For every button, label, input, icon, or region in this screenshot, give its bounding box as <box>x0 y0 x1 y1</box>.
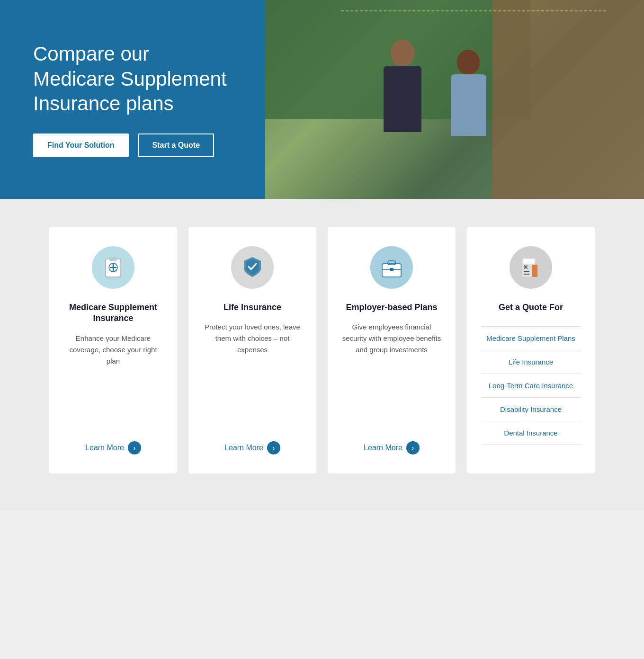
quote-link-longterm[interactable]: Long-Term Care Insurance <box>481 374 581 398</box>
card-get-quote: Get a Quote For Medicare Supplement Plan… <box>467 227 595 473</box>
medicare-icon-circle <box>92 246 134 289</box>
hero-image <box>265 0 644 199</box>
life-icon-circle <box>231 246 274 289</box>
learn-more-arrow: › <box>128 441 141 454</box>
svg-rect-12 <box>532 265 537 277</box>
card-life-learn-more[interactable]: Learn More › <box>224 441 280 454</box>
card-life-insurance: Life Insurance Protect your loved ones, … <box>188 227 316 473</box>
hero-photo <box>265 0 644 199</box>
card-employer-learn-more[interactable]: Learn More › <box>364 441 420 454</box>
hero-left: Compare our Medicare Supplement Insuranc… <box>0 0 265 199</box>
find-solution-button[interactable]: Find Your Solution <box>33 134 129 157</box>
learn-more-arrow: › <box>267 441 280 454</box>
card-medicare-learn-more[interactable]: Learn More › <box>85 441 141 454</box>
start-quote-button[interactable]: Start a Quote <box>138 134 214 157</box>
quote-link-medicare[interactable]: Medicare Supplement Plans <box>481 326 581 350</box>
card-employer-desc: Give employees financial security with e… <box>342 321 441 428</box>
hero-title: Compare our Medicare Supplement Insuranc… <box>33 42 232 116</box>
svg-rect-2 <box>109 257 117 261</box>
svg-rect-9 <box>390 268 394 271</box>
card-medicare-desc: Enhance your Medicare coverage, choose y… <box>63 333 163 428</box>
svg-rect-11 <box>523 259 535 264</box>
card-employer-title: Employer-based Plans <box>346 302 437 313</box>
employer-icon-circle <box>370 246 413 289</box>
card-medicare-supplement: Medicare Supplement Insurance Enhance yo… <box>49 227 177 473</box>
learn-more-arrow: › <box>406 441 420 454</box>
quote-link-dental[interactable]: Dental Insurance <box>481 421 581 445</box>
card-life-desc: Protect your loved ones, leave them with… <box>203 321 302 428</box>
hero-section: Compare our Medicare Supplement Insuranc… <box>0 0 644 199</box>
calculator-icon <box>519 255 543 280</box>
hero-buttons: Find Your Solution Start a Quote <box>33 134 232 157</box>
card-employer-plans: Employer-based Plans Give employees fina… <box>328 227 456 473</box>
card-quote-title: Get a Quote For <box>499 302 563 313</box>
shield-icon <box>241 255 264 280</box>
clipboard-icon <box>102 255 125 280</box>
briefcase-icon <box>379 256 404 279</box>
card-medicare-title: Medicare Supplement Insurance <box>63 302 163 324</box>
quote-link-life[interactable]: Life Insurance <box>481 350 581 374</box>
quote-link-disability[interactable]: Disability Insurance <box>481 398 581 421</box>
quote-links-list: Medicare Supplement Plans Life Insurance… <box>481 326 581 445</box>
card-life-title: Life Insurance <box>224 302 281 313</box>
cards-section: Medicare Supplement Insurance Enhance yo… <box>0 199 644 511</box>
quote-icon-circle <box>510 246 552 289</box>
